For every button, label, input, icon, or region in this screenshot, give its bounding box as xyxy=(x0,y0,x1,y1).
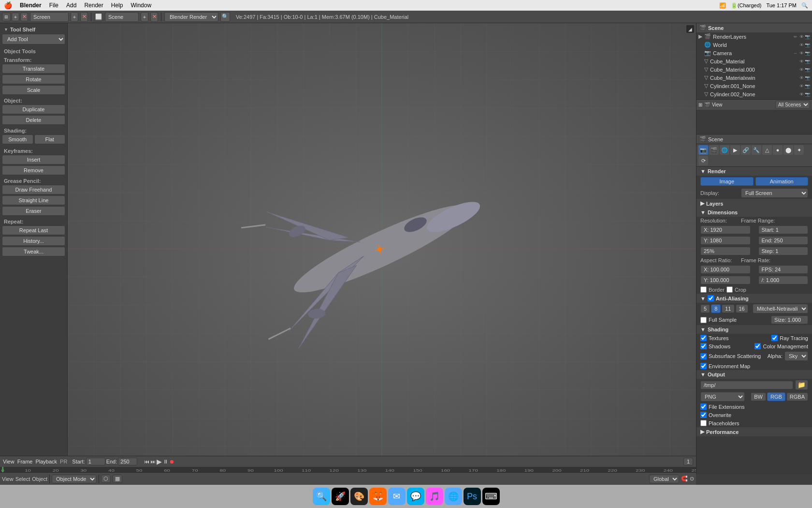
eye-icon-cm[interactable]: 👁 xyxy=(799,59,804,64)
eye-icon-camera[interactable]: 👁 xyxy=(799,51,804,56)
outliner-item-cube-materialxwin[interactable]: ▽ Cube_Materialxwin 👁 📷 xyxy=(696,74,812,82)
scene-x[interactable]: ✕ xyxy=(150,12,158,22)
plus-icon[interactable]: + xyxy=(12,13,19,21)
render-icon-cyl001[interactable]: 📷 xyxy=(805,84,810,89)
transform-orientation-select[interactable]: Global xyxy=(649,475,679,483)
aa-filter-select[interactable]: Mitchell-Netravali xyxy=(753,304,808,314)
screen-selector[interactable]: Screen xyxy=(30,12,69,22)
bw-btn[interactable]: BW xyxy=(751,392,766,401)
render-mode-icons[interactable]: ▦ xyxy=(113,475,122,483)
view-3d-icon[interactable]: ⬜ xyxy=(94,13,103,21)
render-section-header[interactable]: ▼ Render xyxy=(696,167,812,176)
jump-start-btn[interactable]: ⏭ xyxy=(150,459,156,464)
eye-icon-cm000[interactable]: 👁 xyxy=(799,67,804,72)
data-prop-icon[interactable]: △ xyxy=(762,145,772,155)
output-section-header[interactable]: ▼ Output xyxy=(696,370,812,379)
blender-menu[interactable]: Blender xyxy=(20,2,42,9)
screen-plus[interactable]: + xyxy=(71,12,78,22)
timeline-view-btn[interactable]: View xyxy=(3,459,14,464)
output-path-field[interactable]: /tmp/ xyxy=(700,381,793,389)
straight-line-btn[interactable]: Straight Line xyxy=(2,195,65,205)
current-frame-field[interactable]: 1 xyxy=(683,458,693,465)
dock-itunes[interactable]: 🎵 xyxy=(426,488,443,505)
outliner-item-camera[interactable]: 📷 Camera ↔ 👁 📷 xyxy=(696,49,812,57)
repeat-last-btn[interactable]: Repeat Last xyxy=(2,225,65,235)
dock-safari[interactable]: 🌐 xyxy=(445,488,462,505)
texture-prop-icon[interactable]: ⬤ xyxy=(783,145,793,155)
aa-5-btn[interactable]: 5 xyxy=(700,304,710,313)
select-btn-vp[interactable]: Select xyxy=(15,476,30,482)
scene-icon2[interactable]: 🎬 xyxy=(704,102,710,107)
layers-section-header[interactable]: ▶ Layers xyxy=(696,199,812,208)
file-menu[interactable]: File xyxy=(49,2,58,9)
help-menu[interactable]: Help xyxy=(111,2,123,9)
modifier-prop-icon[interactable]: 🔧 xyxy=(752,145,761,155)
render-icon-cm000[interactable]: 📷 xyxy=(805,67,810,72)
outliner-item-cylinder-002[interactable]: ▽ Cylinder.002_None 👁 📷 xyxy=(696,90,812,98)
file-extensions-checkbox[interactable] xyxy=(700,403,707,410)
res-pct-field[interactable]: 25% xyxy=(700,247,751,255)
view-label[interactable]: View xyxy=(712,102,723,107)
placeholders-checkbox[interactable] xyxy=(700,420,707,426)
flat-btn[interactable]: Flat xyxy=(34,134,66,144)
x-icon[interactable]: ✕ xyxy=(20,13,28,21)
viewport-corner-maximize[interactable]: ◢ xyxy=(686,25,694,33)
dock-blender[interactable]: 🎨 xyxy=(350,488,368,505)
res-y-field[interactable]: Y: 1080 xyxy=(700,236,751,245)
aa-checkbox[interactable] xyxy=(708,295,714,301)
smooth-btn[interactable]: Smooth xyxy=(2,134,33,144)
renderlayers-edit[interactable]: ✏ xyxy=(794,34,798,39)
alpha-select[interactable]: Sky xyxy=(784,351,808,361)
render-icon-cm[interactable]: 📷 xyxy=(805,59,810,64)
shading-section-header[interactable]: ▼ Shading xyxy=(696,325,812,334)
search-icon[interactable]: 🔍 xyxy=(801,2,808,9)
delete-btn[interactable]: Delete xyxy=(2,115,65,125)
insert-btn[interactable]: Insert xyxy=(2,155,65,164)
viewport-3d[interactable]: ◢ xyxy=(68,23,696,474)
object-prop-icon[interactable]: ▶ xyxy=(730,145,740,155)
prev-keyframe-btn[interactable]: ⏮ xyxy=(144,459,149,464)
tweak-btn[interactable]: Tweak... xyxy=(2,247,65,256)
world-prop-icon[interactable]: 🌐 xyxy=(720,145,729,155)
performance-section-header[interactable]: ▶ Performance xyxy=(696,427,812,436)
render-icon-cmxwin[interactable]: 📷 xyxy=(805,75,810,80)
record-btn[interactable]: ⏺ xyxy=(169,459,174,464)
border-checkbox[interactable] xyxy=(700,286,707,293)
render-prop-icon[interactable]: 📷 xyxy=(698,145,708,155)
aa-8-btn[interactable]: 8 xyxy=(711,304,721,313)
dock-firefox[interactable]: 🦊 xyxy=(369,488,387,505)
add-tool-dropdown[interactable]: Add Tool xyxy=(2,34,65,45)
subsurface-checkbox[interactable] xyxy=(700,353,707,359)
fps-field[interactable]: FPS: 24 xyxy=(758,265,809,274)
dock-photoshop[interactable]: Ps xyxy=(464,488,481,505)
rgb-btn[interactable]: RGB xyxy=(767,392,785,401)
render-icon-world[interactable]: 📷 xyxy=(805,43,810,47)
res-x-field[interactable]: X: 1920 xyxy=(700,225,751,234)
end-frame-field[interactable]: 250 xyxy=(118,458,137,465)
full-sample-checkbox[interactable] xyxy=(700,317,707,323)
aa-16-btn[interactable]: 16 xyxy=(736,304,748,313)
material-prop-icon[interactable]: ● xyxy=(773,145,783,155)
outliner-item-cube-material[interactable]: ▽ Cube_Material 👁 📷 xyxy=(696,57,812,65)
screen-x[interactable]: ✕ xyxy=(80,12,88,22)
step-field[interactable]: Step: 1 xyxy=(758,247,809,255)
dock-finder[interactable]: 🔍 xyxy=(313,488,330,505)
start-field[interactable]: Start: 1 xyxy=(758,225,809,234)
render-icon[interactable]: 📷 xyxy=(805,34,810,39)
aspect-y-field[interactable]: Y: 100.000 xyxy=(700,276,751,284)
size-field[interactable]: Size: 1.000 xyxy=(771,315,808,324)
render-engine-selector[interactable]: Blender Render xyxy=(164,12,218,22)
apple-menu[interactable]: 🍎 xyxy=(4,1,12,9)
draw-freehand-btn[interactable]: Draw Freehand xyxy=(2,185,65,194)
dock-terminal[interactable]: ⌨ xyxy=(482,488,500,505)
format-select[interactable]: PNG xyxy=(700,392,745,402)
ray-tracing-checkbox[interactable] xyxy=(771,335,778,341)
output-browse-btn[interactable]: 📁 xyxy=(795,380,808,390)
view-btn-vp[interactable]: View xyxy=(2,476,14,482)
scene-prop-icon[interactable]: 🎬 xyxy=(709,145,719,155)
image-render-btn[interactable]: Image xyxy=(700,177,754,186)
outliner-item-world[interactable]: 🌐 World 👁 📷 xyxy=(696,41,812,49)
view-icon[interactable]: ⊞ xyxy=(698,102,702,107)
remove-btn[interactable]: Remove xyxy=(2,165,65,175)
outliner-item-cylinder-001[interactable]: ▽ Cylinder.001_None 👁 📷 xyxy=(696,82,812,90)
